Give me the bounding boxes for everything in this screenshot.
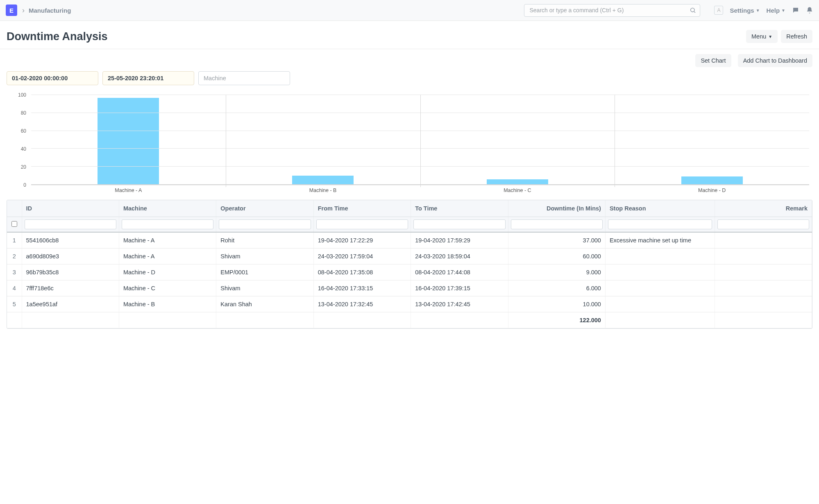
table-row[interactable]: 15541606cb8Machine - ARohit19-04-2020 17… — [7, 232, 812, 249]
gridline-vertical — [420, 95, 421, 187]
navbar: E › Manufacturing A Settings ▼ Help ▼ — [0, 0, 819, 21]
cell-from-time: 16-04-2020 17:33:15 — [313, 280, 411, 296]
cell-remark — [715, 296, 812, 312]
cell-id[interactable]: 96b79b35c8 — [22, 264, 119, 280]
search-input[interactable] — [524, 4, 700, 17]
cell-stop-reason — [605, 249, 715, 264]
cell-id[interactable]: 5541606cb8 — [22, 232, 119, 249]
cell-remark — [715, 232, 812, 249]
cell-id[interactable]: 7fff718e6c — [22, 280, 119, 296]
chart-x-axis: Machine - AMachine - BMachine - CMachine… — [31, 188, 809, 195]
col-from-time[interactable]: From Time — [313, 200, 411, 217]
filter-operator[interactable] — [219, 219, 311, 229]
cell-operator: Karan Shah — [216, 296, 313, 312]
machine-filter-input[interactable] — [198, 71, 290, 85]
table-row[interactable]: 51a5ee951afMachine - BKaran Shah13-04-20… — [7, 296, 812, 312]
content: Set Chart Add Chart to Dashboard 0204060… — [0, 49, 819, 329]
cell-operator: EMP/0001 — [216, 264, 313, 280]
cell-from-time: 19-04-2020 17:22:29 — [313, 232, 411, 249]
bar[interactable] — [98, 98, 159, 185]
x-label: Machine - A — [31, 188, 226, 195]
col-id[interactable]: ID — [22, 200, 119, 217]
bar[interactable] — [292, 176, 354, 185]
col-remark[interactable]: Remark — [715, 200, 812, 217]
app-logo[interactable]: E — [6, 5, 17, 16]
bar-slot — [420, 95, 615, 185]
cell-from-time: 24-03-2020 17:59:04 — [313, 249, 411, 264]
cell-stop-reason: Excessive machine set up time — [605, 232, 715, 249]
caret-down-icon: ▼ — [756, 8, 760, 13]
cell-remark — [715, 249, 812, 264]
filter-id[interactable] — [25, 219, 116, 229]
y-tick: 0 — [23, 182, 26, 188]
cell-id[interactable]: 1a5ee951af — [22, 296, 119, 312]
from-date-input[interactable] — [7, 71, 98, 85]
gridline-vertical — [615, 95, 615, 187]
caret-down-icon: ▼ — [781, 8, 785, 13]
filter-to-time[interactable] — [413, 219, 505, 229]
table-row[interactable]: 396b79b35c8Machine - DEMP/000108-04-2020… — [7, 264, 812, 280]
col-to-time[interactable]: To Time — [411, 200, 508, 217]
cell-operator: Shivam — [216, 280, 313, 296]
settings-label: Settings — [730, 7, 754, 14]
cell-to-time: 24-03-2020 18:59:04 — [411, 249, 508, 264]
y-tick: 40 — [21, 146, 26, 152]
add-chart-to-dashboard-button[interactable]: Add Chart to Dashboard — [738, 54, 812, 67]
chat-icon[interactable] — [792, 7, 799, 14]
settings-menu[interactable]: Settings ▼ — [730, 7, 760, 14]
cell-id[interactable]: a690d809e3 — [22, 249, 119, 264]
table-row[interactable]: 2a690d809e3Machine - AShivam24-03-2020 1… — [7, 249, 812, 264]
y-tick: 100 — [18, 92, 26, 98]
filter-remark[interactable] — [717, 219, 810, 229]
row-number: 2 — [7, 249, 22, 264]
breadcrumb[interactable]: Manufacturing — [29, 7, 71, 14]
row-number: 3 — [7, 264, 22, 280]
set-chart-button[interactable]: Set Chart — [695, 54, 731, 67]
cell-machine: Machine - A — [119, 249, 216, 264]
total-downtime: 122.000 — [508, 312, 605, 328]
navbar-right: A Settings ▼ Help ▼ — [714, 6, 813, 15]
refresh-button[interactable]: Refresh — [781, 30, 812, 43]
downtime-bar-chart: 020406080100 Machine - AMachine - BMachi… — [7, 91, 812, 197]
avatar[interactable]: A — [714, 6, 723, 15]
row-number: 1 — [7, 232, 22, 249]
col-downtime[interactable]: Downtime (In Mins) — [508, 200, 605, 217]
cell-remark — [715, 264, 812, 280]
page-header: Downtime Analysis Menu ▼ Refresh — [0, 21, 819, 49]
x-label: Machine - C — [420, 188, 615, 195]
search-icon[interactable] — [690, 7, 696, 14]
refresh-button-label: Refresh — [786, 33, 807, 40]
to-date-input[interactable] — [102, 71, 194, 85]
table-filter-row — [7, 217, 812, 233]
cell-downtime: 6.000 — [508, 280, 605, 296]
row-number: 4 — [7, 280, 22, 296]
cell-from-time: 08-04-2020 17:35:08 — [313, 264, 411, 280]
filter-from-time[interactable] — [316, 219, 408, 229]
help-menu[interactable]: Help ▼ — [767, 7, 785, 14]
chart-y-axis: 020406080100 — [7, 95, 29, 185]
col-machine[interactable]: Machine — [119, 200, 216, 217]
table-row[interactable]: 47fff718e6cMachine - CShivam16-04-2020 1… — [7, 280, 812, 296]
col-stop-reason[interactable]: Stop Reason — [605, 200, 715, 217]
cell-to-time: 16-04-2020 17:39:15 — [411, 280, 508, 296]
cell-downtime: 9.000 — [508, 264, 605, 280]
logo-letter: E — [9, 7, 14, 14]
select-all-checkbox[interactable] — [11, 221, 17, 227]
filter-downtime[interactable] — [511, 219, 603, 229]
cell-downtime: 60.000 — [508, 249, 605, 264]
chevron-right-icon: › — [22, 6, 25, 15]
filter-stop-reason[interactable] — [608, 219, 712, 229]
y-tick: 60 — [21, 128, 26, 134]
cell-machine: Machine - C — [119, 280, 216, 296]
bar[interactable] — [681, 176, 743, 185]
chart-actions: Set Chart Add Chart to Dashboard — [7, 49, 812, 71]
filter-machine[interactable] — [122, 219, 213, 229]
bell-icon[interactable] — [806, 7, 813, 14]
header-checkbox — [7, 200, 22, 217]
menu-button[interactable]: Menu ▼ — [746, 30, 778, 43]
cell-to-time: 13-04-2020 17:42:45 — [411, 296, 508, 312]
svg-point-0 — [691, 8, 694, 12]
col-operator[interactable]: Operator — [216, 200, 313, 217]
svg-line-1 — [694, 11, 696, 13]
bar-slot — [31, 95, 226, 185]
